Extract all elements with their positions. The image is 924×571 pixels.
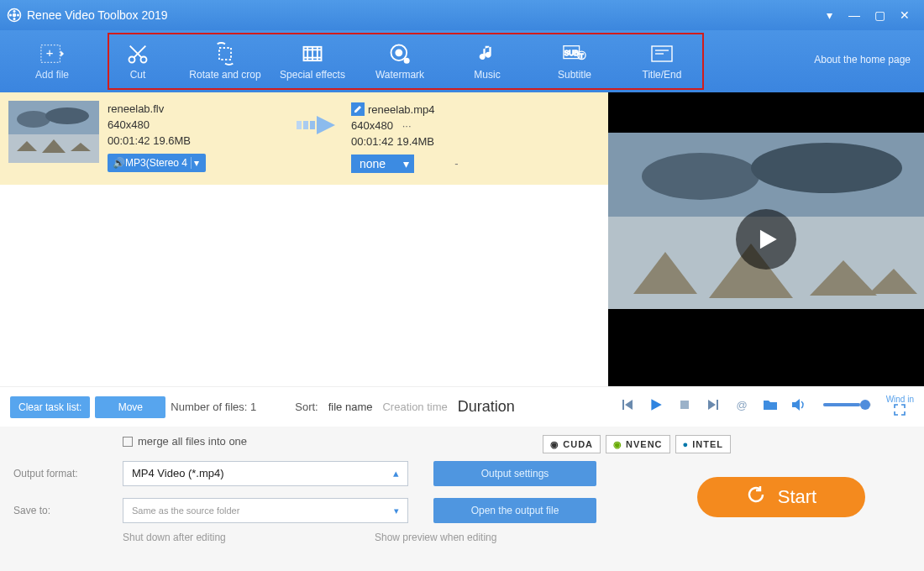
- music-icon: [475, 42, 499, 65]
- svg-point-30: [45, 107, 89, 124]
- dest-resolution-more[interactable]: ···: [402, 119, 412, 132]
- open-output-button[interactable]: Open the output file: [433, 498, 596, 523]
- svg-rect-38: [608, 92, 924, 133]
- svg-point-3: [17, 14, 19, 17]
- svg-marker-50: [625, 400, 633, 410]
- add-file-button[interactable]: + Add file: [10, 30, 94, 92]
- gpu-intel[interactable]: ●INTEL: [675, 435, 731, 453]
- title-end-button[interactable]: Title/End: [618, 30, 706, 92]
- svg-point-4: [13, 10, 16, 13]
- gpu-cuda[interactable]: ◉CUDA: [543, 435, 601, 453]
- prev-button[interactable]: [618, 396, 637, 414]
- svg-text:+: +: [46, 45, 54, 60]
- player-controls: @ Wind in: [608, 386, 924, 423]
- volume-slider[interactable]: [823, 403, 871, 406]
- fullscreen-button[interactable]: [890, 404, 909, 416]
- preview-pane: [608, 92, 924, 386]
- output-format-value: MP4 Video (*.mp4): [132, 467, 224, 479]
- output-settings: merge all files into one ◉CUDA ◉NVENC ●I…: [0, 427, 924, 571]
- svg-marker-53: [708, 400, 716, 410]
- watermark-button[interactable]: Watermark: [356, 30, 444, 92]
- output-format-label: Output format:: [13, 468, 123, 479]
- titlebar: Renee Video Toolbox 2019 ▾ — ▢ ✕: [0, 0, 924, 30]
- main-toolbar: + Add file Cut Rotate and crop Special e…: [0, 30, 924, 92]
- add-file-label: Add file: [35, 69, 69, 81]
- cut-button[interactable]: Cut: [94, 30, 181, 92]
- next-button[interactable]: [704, 396, 722, 414]
- task-list: reneelab.flv 640x480 00:01:42 19.6MB 🔊 M…: [0, 92, 608, 386]
- open-folder-button[interactable]: [761, 396, 780, 414]
- volume-icon[interactable]: [790, 396, 808, 414]
- svg-point-18: [396, 50, 402, 55]
- sort-duration[interactable]: Duration: [458, 398, 515, 416]
- svg-rect-54: [717, 400, 718, 410]
- shutdown-hint[interactable]: Shut down after editing: [123, 532, 375, 543]
- effects-button[interactable]: Special effects: [269, 30, 356, 92]
- nvidia-eye-icon: ◉: [550, 439, 559, 450]
- preview-video[interactable]: [608, 92, 924, 386]
- dash-placeholder: -: [421, 155, 491, 173]
- source-filename: reneelab.flv: [108, 102, 284, 115]
- rotate-crop-button[interactable]: Rotate and crop: [181, 30, 269, 92]
- svg-point-2: [9, 14, 12, 17]
- start-label: Start: [778, 486, 816, 508]
- music-label: Music: [474, 69, 500, 81]
- dest-folder-value: Same as the source folder: [132, 506, 239, 516]
- about-link[interactable]: About the home page: [814, 54, 911, 65]
- source-thumbnail[interactable]: [8, 101, 99, 163]
- move-button[interactable]: Move: [95, 396, 165, 418]
- svg-rect-39: [608, 309, 924, 349]
- sort-creation-time[interactable]: Creation time: [382, 401, 447, 413]
- start-button[interactable]: Start: [697, 477, 865, 517]
- subtitle-label: Subtitle: [558, 69, 591, 81]
- output-format-combo[interactable]: MP4 Video (*.mp4) ▴: [123, 461, 408, 486]
- svg-rect-34: [297, 121, 302, 129]
- preview-hint[interactable]: Show preview when editing: [375, 532, 496, 543]
- svg-point-43: [751, 143, 902, 193]
- windin-label: Wind in: [886, 395, 914, 404]
- audio-chip[interactable]: 🔊 MP3(Stereo 4 ▾: [108, 154, 206, 172]
- merge-checkbox[interactable]: merge all files into one: [123, 435, 247, 448]
- subtitle-button[interactable]: SUBT Subtitle: [531, 30, 618, 92]
- play-button[interactable]: [647, 396, 665, 414]
- play-overlay-icon[interactable]: [736, 209, 796, 270]
- dest-folder-combo[interactable]: Same as the source folder ▾: [123, 498, 408, 523]
- chevron-down-icon: ▾: [191, 157, 201, 169]
- edit-icon[interactable]: [351, 102, 365, 116]
- source-info: reneelab.flv 640x480 00:01:42 19.6MB 🔊 M…: [108, 97, 284, 172]
- menu-dropdown-icon[interactable]: ▾: [816, 5, 842, 25]
- svg-text:SUB: SUB: [564, 49, 580, 57]
- svg-text:T: T: [580, 52, 584, 60]
- sort-filename[interactable]: file name: [328, 401, 373, 413]
- music-button[interactable]: Music: [444, 30, 531, 92]
- merge-label: merge all files into one: [138, 435, 247, 448]
- snapshot-button[interactable]: @: [732, 396, 751, 414]
- close-button[interactable]: ✕: [892, 5, 917, 25]
- file-count: Number of files: 1: [171, 401, 256, 413]
- gpu-badges: ◉CUDA ◉NVENC ●INTEL: [543, 435, 731, 453]
- output-settings-button[interactable]: Output settings: [433, 461, 596, 486]
- subtitle-icon: SUBT: [563, 42, 586, 65]
- svg-marker-51: [651, 399, 661, 411]
- minimize-button[interactable]: —: [842, 5, 867, 25]
- dest-resolution: 640x480: [351, 119, 393, 132]
- task-row[interactable]: reneelab.flv 640x480 00:01:42 19.6MB 🔊 M…: [0, 92, 608, 185]
- add-file-icon: +: [40, 42, 64, 65]
- clear-tasklist-button[interactable]: Clear task list:: [10, 396, 90, 418]
- chevron-down-icon: ▾: [394, 506, 399, 516]
- sort-label: Sort:: [295, 401, 318, 413]
- dest-meta: 00:01:42 19.4MB: [351, 135, 600, 148]
- svg-point-5: [13, 18, 16, 20]
- subtitle-chip[interactable]: none: [351, 155, 414, 173]
- effects-label: Special effects: [280, 69, 345, 81]
- cut-label: Cut: [130, 69, 146, 81]
- save-to-label: Save to:: [13, 505, 123, 516]
- svg-point-1: [13, 13, 17, 18]
- task-footer: Clear task list: Move Number of files: 1…: [0, 386, 608, 427]
- maximize-button[interactable]: ▢: [867, 5, 892, 25]
- rotate-crop-label: Rotate and crop: [189, 69, 260, 81]
- watermark-label: Watermark: [375, 69, 424, 81]
- gpu-nvenc[interactable]: ◉NVENC: [606, 435, 670, 453]
- speaker-icon: 🔊: [113, 157, 125, 169]
- stop-button[interactable]: [675, 396, 694, 414]
